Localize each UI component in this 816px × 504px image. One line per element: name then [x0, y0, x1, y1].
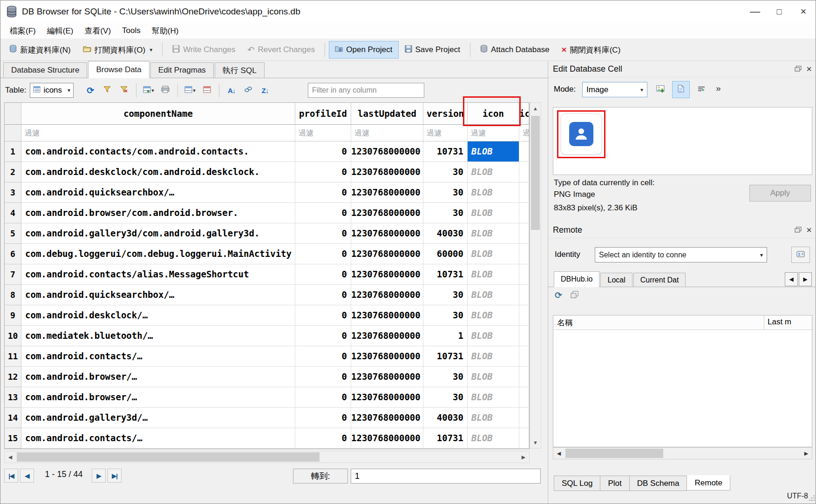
remote-list-lastmodified-column[interactable]: Last m — [768, 317, 810, 327]
cell-profileId[interactable]: 0 — [295, 182, 351, 203]
save-record-button[interactable]: ▾ — [182, 83, 198, 98]
cell-icon-blob[interactable]: BLOB — [468, 244, 519, 264]
cell-partial[interactable] — [519, 387, 529, 408]
resize-grip-icon[interactable] — [809, 495, 816, 504]
encoding-status[interactable]: UTF-8 — [787, 492, 808, 500]
grid-horizontal-scrollbar[interactable]: ◀ ▶ — [4, 451, 530, 463]
cell-componentName[interactable]: com.debug.loggerui/com.debug.loggerui.Ma… — [21, 244, 295, 264]
cell-componentName[interactable]: com.android.gallery3d/… — [21, 408, 295, 428]
horizontal-scroll-thumb[interactable] — [17, 452, 320, 462]
cell-icon-blob[interactable]: BLOB — [468, 182, 519, 203]
new-database-button[interactable]: 新建資料庫(N) — [3, 41, 77, 59]
tab-edit-pragmas[interactable]: Edit Pragmas — [150, 62, 214, 78]
scroll-left-icon[interactable]: ◀ — [553, 448, 564, 459]
cell-version[interactable]: 10731 — [423, 428, 468, 449]
sort-ascending-button[interactable]: A↓ — [224, 83, 239, 98]
cell-partial[interactable] — [519, 346, 529, 367]
cell-partial[interactable] — [519, 141, 529, 162]
cell-componentName[interactable]: com.android.contacts/… — [21, 346, 295, 367]
write-changes-button[interactable]: Write Changes — [166, 41, 241, 59]
open-database-button[interactable]: 打開資料庫(O) ▾ — [77, 41, 159, 59]
cell-componentName[interactable]: com.android.quicksearchbox/… — [21, 285, 295, 305]
cell-lastUpdated[interactable]: 1230768000000 — [351, 428, 423, 449]
dock-tab-db-schema[interactable]: DB Schema — [630, 476, 687, 491]
cell-lastUpdated[interactable]: 1230768000000 — [351, 305, 423, 326]
cell-partial[interactable] — [519, 285, 529, 305]
cell-componentName[interactable]: com.android.browser/… — [21, 367, 295, 387]
menu-help[interactable]: 幫助(H) — [146, 23, 184, 39]
first-page-button[interactable]: |◀ — [4, 469, 18, 483]
cell-partial[interactable] — [519, 428, 529, 449]
column-header-partial[interactable]: ic — [519, 103, 529, 125]
cell-componentName[interactable]: com.android.contacts/alias.MessageShortc… — [21, 264, 295, 285]
cell-partial[interactable] — [519, 408, 529, 428]
cell-partial[interactable] — [519, 162, 529, 182]
vertical-scroll-thumb[interactable] — [531, 116, 540, 230]
filter-cell-version[interactable]: 過濾 — [423, 125, 468, 141]
mode-select[interactable]: Image ▾ — [582, 82, 647, 97]
delete-record-button[interactable] — [199, 83, 215, 98]
cell-partial[interactable] — [519, 305, 529, 326]
dock-tab-sql-log[interactable]: SQL Log — [554, 476, 600, 491]
cell-partial[interactable] — [519, 223, 529, 244]
float-panel-icon[interactable] — [795, 64, 802, 74]
column-header-componentName[interactable]: componentName — [21, 103, 295, 125]
maximize-button[interactable]: □ — [767, 0, 791, 23]
cell-partial[interactable] — [519, 367, 529, 387]
column-header-version[interactable]: version — [423, 103, 468, 125]
cell-lastUpdated[interactable]: 1230768000000 — [351, 182, 423, 203]
cell-lastUpdated[interactable]: 1230768000000 — [351, 141, 423, 162]
cell-version[interactable]: 30 — [423, 285, 468, 305]
scroll-right-icon[interactable]: ▶ — [801, 448, 812, 459]
cell-profileId[interactable]: 0 — [295, 305, 351, 326]
tab-execute-sql[interactable]: 執行 SQL — [215, 62, 265, 78]
cell-icon-blob[interactable]: BLOB — [468, 387, 519, 408]
cell-version[interactable]: 30 — [423, 367, 468, 387]
cell-version[interactable]: 1 — [423, 326, 468, 346]
cell-icon-blob[interactable]: BLOB — [468, 305, 519, 326]
column-header-profileId[interactable]: profileId — [295, 103, 351, 125]
cell-icon-blob[interactable]: BLOB — [468, 203, 519, 223]
cell-lastUpdated[interactable]: 1230768000000 — [351, 264, 423, 285]
clear-filter-button[interactable] — [116, 83, 132, 98]
cell-version[interactable]: 30 — [423, 305, 468, 326]
cell-version[interactable]: 30 — [423, 162, 468, 182]
cell-profileId[interactable]: 0 — [295, 387, 351, 408]
filter-cell-name[interactable]: 過濾 — [21, 125, 295, 141]
cell-icon-blob[interactable]: BLOB — [468, 346, 519, 367]
cell-version[interactable]: 40030 — [423, 408, 468, 428]
filter-cell-profile[interactable]: 過濾 — [295, 125, 351, 141]
menu-file[interactable]: 檔案(F) — [4, 23, 41, 39]
float-panel-icon[interactable] — [795, 225, 802, 235]
refresh-button[interactable]: ⟳ — [82, 83, 98, 98]
open-in-external-button[interactable] — [240, 83, 256, 98]
cell-icon-blob[interactable]: BLOB — [468, 264, 519, 285]
remote-list-name-column[interactable]: 名稱 — [557, 317, 573, 328]
remote-tab-local[interactable]: Local — [600, 273, 632, 287]
filter-cell-icon[interactable]: 過濾 — [468, 125, 519, 141]
print-button[interactable] — [157, 83, 173, 98]
configure-identity-button[interactable] — [791, 247, 810, 263]
cell-profileId[interactable]: 0 — [295, 408, 351, 428]
cell-version[interactable]: 10731 — [423, 264, 468, 285]
insert-record-button[interactable]: ▾ — [141, 83, 156, 98]
cell-lastUpdated[interactable]: 1230768000000 — [351, 346, 423, 367]
cell-profileId[interactable]: 0 — [295, 285, 351, 305]
scroll-up-icon[interactable]: ▲ — [530, 103, 541, 114]
cell-icon-blob[interactable]: BLOB — [468, 326, 519, 346]
cell-profileId[interactable]: 0 — [295, 203, 351, 223]
filter-rows-button[interactable] — [99, 83, 115, 98]
tab-database-structure[interactable]: Database Structure — [3, 62, 87, 78]
filter-cell-extra[interactable]: 過濾 — [519, 125, 529, 141]
next-page-button[interactable]: ▶ — [92, 469, 106, 483]
dock-tab-plot[interactable]: Plot — [600, 476, 629, 491]
scroll-left-icon[interactable]: ◀ — [5, 451, 16, 463]
cell-version[interactable]: 30 — [423, 203, 468, 223]
remote-tabs-scroll-left-icon[interactable]: ◀ — [785, 272, 798, 286]
filter-cell-updated[interactable]: 過濾 — [351, 125, 423, 141]
remote-tabs-scroll-right-icon[interactable]: ▶ — [799, 272, 812, 286]
cell-version[interactable]: 30 — [423, 387, 468, 408]
identity-select[interactable]: Select an identity to conne ▾ — [595, 247, 767, 262]
cell-componentName[interactable]: com.android.browser/… — [21, 387, 295, 408]
cell-icon-blob[interactable]: BLOB — [468, 285, 519, 305]
